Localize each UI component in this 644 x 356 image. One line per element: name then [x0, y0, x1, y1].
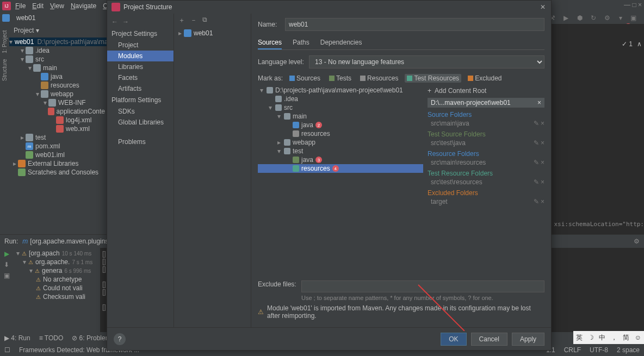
folder-section-item[interactable]: src\test\java ✎ ×: [428, 139, 544, 149]
tree-row[interactable]: ▾ .idea: [9, 46, 107, 55]
run-row[interactable]: ▾ ⚠genera6 s 996 ms: [14, 266, 99, 275]
src-tree-row[interactable]: ▾ D:\projects-path\java\maven-projecet\w…: [258, 86, 423, 95]
window-controls[interactable]: — □ ×: [624, 1, 642, 9]
tree-row[interactable]: ▾ webapp: [9, 90, 107, 98]
language-level-select[interactable]: 13 - No new language features: [309, 55, 544, 68]
sidebar-item-global libraries[interactable]: Global Libraries: [107, 117, 174, 128]
tree-row[interactable]: Scratches and Consoles: [9, 168, 107, 177]
src-tree-row[interactable]: ▾ main: [258, 112, 423, 121]
toolbar-icons[interactable]: ⚒ ▶ ⬢ ↻ ⚙ ▾ ▣: [549, 14, 644, 22]
source-tree[interactable]: ▾ D:\projects-path\java\maven-projecet\w…: [258, 86, 423, 280]
markas-tests[interactable]: Tests: [327, 74, 354, 83]
edit-icon[interactable]: ✎: [534, 198, 539, 205]
run-row[interactable]: ⚠No archetype: [14, 275, 99, 284]
subtab-sources[interactable]: Sources: [258, 36, 282, 49]
remove-icon[interactable]: －: [190, 16, 197, 25]
sidebar-item-facets[interactable]: Facets: [107, 72, 174, 83]
tree-row[interactable]: applicationConte: [9, 107, 107, 116]
sidebar-item-sdks[interactable]: SDKs: [107, 106, 174, 117]
stop-icon[interactable]: ▣: [4, 272, 10, 279]
edit-icon[interactable]: ✎: [534, 159, 539, 166]
debug-icon[interactable]: ⬇: [4, 261, 9, 268]
markas-test-resources[interactable]: Test Resources: [405, 74, 461, 83]
back-icon[interactable]: ←: [112, 18, 118, 26]
run-row[interactable]: ⚠Checksum vali: [14, 292, 99, 301]
edit-icon[interactable]: ✎: [534, 178, 539, 186]
src-tree-row[interactable]: java2: [258, 121, 423, 129]
markas-resources[interactable]: Resources: [358, 74, 400, 83]
project-tree[interactable]: ▾ web01 D:\projects-path\java\ma... ▾ .i…: [9, 36, 107, 234]
copy-icon[interactable]: ⧉: [202, 16, 207, 25]
close-icon[interactable]: ✕: [540, 3, 546, 11]
sidebar-item-modules[interactable]: Modules: [107, 51, 174, 61]
subtab-dependencies[interactable]: Dependencies: [320, 36, 362, 49]
tab-label[interactable]: web01: [12, 13, 40, 23]
menu-view[interactable]: View: [47, 1, 67, 11]
tool-run[interactable]: 4: Run: [4, 334, 30, 342]
tree-row[interactable]: ▸ External Libraries: [9, 159, 107, 168]
run-tree[interactable]: ▾ ⚠[org.apach10 s 140 ms ▾ ⚠org.apache.7…: [13, 248, 100, 338]
tree-row[interactable]: ▾ src: [9, 55, 107, 64]
sidebar-item-project[interactable]: Project: [107, 40, 174, 51]
gear-icon[interactable]: ⚙: [634, 238, 640, 245]
sidebar-item-problems[interactable]: Problems: [107, 136, 174, 147]
run-row[interactable]: ▾ ⚠org.apache.7 s 1 ms: [14, 258, 99, 266]
tool-todo[interactable]: ≡ TODO: [39, 334, 64, 342]
module-item[interactable]: web01: [174, 27, 251, 39]
menu-file[interactable]: File: [12, 1, 29, 11]
folder-section-item[interactable]: src\main\resources ✎ ×: [428, 159, 544, 168]
tree-row[interactable]: java: [9, 72, 107, 81]
run-row[interactable]: ▾ ⚠[org.apach10 s 140 ms: [14, 249, 99, 258]
src-tree-row[interactable]: ▾ test: [258, 147, 423, 155]
tree-row[interactable]: ▾ main: [9, 64, 107, 72]
subtab-paths[interactable]: Paths: [293, 36, 309, 49]
folder-section-item[interactable]: src\main\java ✎ ×: [428, 120, 544, 129]
src-tree-row[interactable]: ▸ webapp: [258, 138, 423, 147]
run-row[interactable]: ⚠Could not vali: [14, 284, 99, 292]
src-tree-row[interactable]: resources4: [258, 164, 423, 173]
inspection-indicator[interactable]: ✓ 1: [622, 40, 633, 48]
apply-button[interactable]: Apply: [512, 333, 544, 346]
src-tree-row[interactable]: java3: [258, 155, 423, 164]
content-root-header[interactable]: D:\...maven-projecet\web01×: [428, 98, 544, 108]
remove-root-icon[interactable]: ×: [537, 99, 541, 107]
remove-icon[interactable]: ×: [541, 120, 544, 127]
tree-row[interactable]: web.xml: [9, 124, 107, 133]
markas-sources[interactable]: Sources: [287, 74, 323, 83]
tree-row[interactable]: ▾ WEB-INF: [9, 98, 107, 107]
project-view-dropdown[interactable]: Project: [14, 27, 39, 34]
folder-section-item[interactable]: src\test\resources ✎ ×: [428, 178, 544, 188]
help-button[interactable]: ?: [114, 333, 126, 345]
remove-icon[interactable]: ×: [541, 198, 544, 205]
ime-bar[interactable]: 英☽中，简☺: [573, 331, 644, 344]
src-tree-row[interactable]: resources: [258, 129, 423, 138]
tree-row[interactable]: resources: [9, 81, 107, 90]
sidebar-item-libraries[interactable]: Libraries: [107, 61, 174, 72]
project-root-label[interactable]: web01: [15, 38, 34, 46]
tree-row[interactable]: m pom.xml: [9, 142, 107, 151]
edit-icon[interactable]: ✎: [534, 120, 539, 127]
name-input[interactable]: [285, 18, 544, 31]
menu-edit[interactable]: Edit: [29, 1, 47, 11]
tree-row[interactable]: web01.iml: [9, 151, 107, 159]
collapse-icon[interactable]: ∧: [637, 40, 642, 48]
play-icon[interactable]: ▶: [4, 250, 9, 258]
ok-button[interactable]: OK: [441, 333, 466, 346]
remove-icon[interactable]: ×: [541, 139, 544, 147]
tree-row[interactable]: ▸ test: [9, 133, 107, 142]
markas-excluded[interactable]: Excluded: [466, 74, 504, 83]
remove-icon[interactable]: ×: [541, 178, 544, 186]
add-content-root-button[interactable]: Add Content Root: [428, 86, 544, 96]
folder-section-item[interactable]: target ✎ ×: [428, 198, 544, 208]
edit-icon[interactable]: ✎: [534, 139, 539, 147]
remove-icon[interactable]: ×: [541, 159, 544, 166]
add-icon[interactable]: ＋: [178, 16, 185, 25]
annotation-badge: 3: [315, 157, 322, 163]
src-tree-row[interactable]: ▾ src: [258, 103, 423, 112]
cancel-button[interactable]: Cancel: [471, 333, 507, 346]
sidebar-item-artifacts[interactable]: Artifacts: [107, 83, 174, 94]
menu-navigate[interactable]: Navigate: [67, 1, 100, 11]
folder-section-title: Resource Folders: [428, 149, 544, 159]
tree-row[interactable]: log4j.xml: [9, 116, 107, 124]
src-tree-row[interactable]: .idea: [258, 95, 423, 103]
